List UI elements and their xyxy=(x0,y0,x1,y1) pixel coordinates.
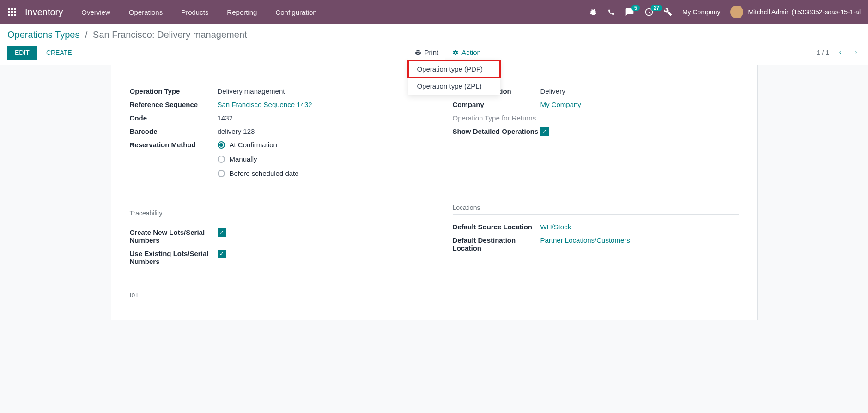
avatar xyxy=(730,6,743,18)
checkbox-show-detailed[interactable]: ✓ xyxy=(540,127,549,136)
nav-operations[interactable]: Operations xyxy=(129,8,163,16)
create-button[interactable]: CREATE xyxy=(39,46,79,60)
breadcrumb: Operations Types / San Francisco: Delive… xyxy=(0,24,868,40)
section-locations-title: Locations xyxy=(453,204,739,211)
messages-icon[interactable]: 5 xyxy=(625,7,634,17)
svg-rect-1 xyxy=(11,8,13,10)
svg-rect-0 xyxy=(8,8,10,10)
edit-button[interactable]: EDIT xyxy=(7,46,37,60)
app-brand[interactable]: Inventory xyxy=(25,7,63,18)
value-barcode: delivery 123 xyxy=(218,127,255,135)
action-label: Action xyxy=(461,48,481,56)
radio-at-confirmation[interactable]: At Confirmation xyxy=(218,141,299,149)
svg-rect-7 xyxy=(11,14,13,16)
dropdown-item-zpl[interactable]: Operation type (ZPL) xyxy=(408,78,500,95)
pager-prev[interactable] xyxy=(836,49,845,56)
user-menu[interactable]: Mitchell Admin (15338352-saas-15-1-al xyxy=(730,6,861,18)
tools-icon[interactable] xyxy=(664,8,672,16)
nav-overview[interactable]: Overview xyxy=(81,8,110,16)
value-default-destination[interactable]: Partner Locations/Customers xyxy=(540,236,630,244)
activities-icon[interactable]: 27 xyxy=(644,7,654,17)
svg-rect-2 xyxy=(14,8,16,10)
company-selector[interactable]: My Company xyxy=(682,8,720,16)
center-actions: Print Action Operation type (PDF) Operat… xyxy=(408,45,488,60)
nav-right: 5 27 My Company Mitchell Admin (15338352… xyxy=(589,6,861,18)
apps-icon[interactable] xyxy=(7,7,17,17)
right-column: Type of Operation Delivery Company My Co… xyxy=(453,87,739,301)
value-operation-type: Delivery management xyxy=(218,87,285,95)
phone-icon[interactable] xyxy=(607,8,615,16)
nav-menu: Overview Operations Products Reporting C… xyxy=(81,8,316,16)
print-icon xyxy=(415,49,421,56)
label-create-lots: Create New Lots/Serial Numbers xyxy=(130,228,218,244)
breadcrumb-sep: / xyxy=(85,30,88,40)
radio-label: At Confirmation xyxy=(230,141,277,149)
label-operation-type: Operation Type xyxy=(130,87,218,95)
reservation-method-group: At Confirmation Manually Before schedule… xyxy=(218,141,299,184)
radio-icon xyxy=(218,170,225,177)
chevron-right-icon xyxy=(853,49,859,56)
radio-icon xyxy=(218,156,225,163)
pager-next[interactable] xyxy=(851,49,861,56)
left-column: Operation Type Delivery management Refer… xyxy=(130,87,416,301)
value-code: 1432 xyxy=(218,114,233,122)
nav-products[interactable]: Products xyxy=(181,8,208,16)
value-type-of-operation: Delivery xyxy=(540,87,565,95)
svg-rect-5 xyxy=(14,11,16,13)
svg-rect-4 xyxy=(11,11,13,13)
checkbox-use-existing-lots[interactable]: ✓ xyxy=(218,250,226,258)
top-nav: Inventory Overview Operations Products R… xyxy=(0,0,868,24)
value-default-source[interactable]: WH/Stock xyxy=(540,223,571,231)
gear-icon xyxy=(452,49,459,56)
user-label: Mitchell Admin (15338352-saas-15-1-al xyxy=(748,8,861,16)
label-op-type-returns: Operation Type for Returns xyxy=(453,114,540,122)
radio-manually[interactable]: Manually xyxy=(218,155,299,163)
value-company[interactable]: My Company xyxy=(540,101,581,108)
section-iot-title: IoT xyxy=(130,291,416,299)
label-barcode: Barcode xyxy=(130,127,218,135)
form-sheet: Operation Type Delivery management Refer… xyxy=(111,65,758,320)
label-company: Company xyxy=(453,101,540,108)
nav-reporting[interactable]: Reporting xyxy=(227,8,257,16)
divider xyxy=(453,214,739,215)
pager-count: 1 / 1 xyxy=(817,49,829,56)
print-label: Print xyxy=(424,48,438,56)
label-default-destination: Default Destination Location xyxy=(453,236,540,252)
svg-rect-8 xyxy=(14,14,16,16)
activities-badge: 27 xyxy=(651,5,662,11)
messages-badge: 5 xyxy=(631,5,640,11)
radio-label: Manually xyxy=(230,155,257,163)
radio-label: Before scheduled date xyxy=(230,169,299,177)
breadcrumb-current: San Francisco: Delivery management xyxy=(93,30,247,40)
label-code: Code xyxy=(130,114,218,122)
pager: 1 / 1 xyxy=(817,49,861,56)
print-button[interactable]: Print xyxy=(408,45,445,60)
svg-rect-3 xyxy=(8,11,10,13)
section-traceability-title: Traceability xyxy=(130,209,416,217)
print-dropdown: Operation type (PDF) Operation type (ZPL… xyxy=(408,60,500,95)
value-reference-sequence[interactable]: San Francisco Sequence 1432 xyxy=(218,101,312,108)
chevron-left-icon xyxy=(838,49,843,56)
checkbox-create-lots[interactable]: ✓ xyxy=(218,228,226,237)
label-use-existing-lots: Use Existing Lots/Serial Numbers xyxy=(130,250,218,265)
action-button[interactable]: Action xyxy=(445,45,488,60)
bug-icon[interactable] xyxy=(589,8,597,16)
radio-before-scheduled[interactable]: Before scheduled date xyxy=(218,169,299,177)
label-default-source: Default Source Location xyxy=(453,223,540,231)
svg-rect-6 xyxy=(8,14,10,16)
nav-configuration[interactable]: Configuration xyxy=(275,8,316,16)
divider xyxy=(130,220,416,220)
control-bar: Operations Types / San Francisco: Delive… xyxy=(0,24,868,65)
label-reservation-method: Reservation Method xyxy=(130,141,218,149)
radio-icon xyxy=(218,141,225,149)
breadcrumb-parent[interactable]: Operations Types xyxy=(7,30,79,40)
label-show-detailed: Show Detailed Operations xyxy=(453,127,540,135)
dropdown-item-pdf[interactable]: Operation type (PDF) xyxy=(408,60,500,78)
label-reference-sequence: Reference Sequence xyxy=(130,101,218,108)
